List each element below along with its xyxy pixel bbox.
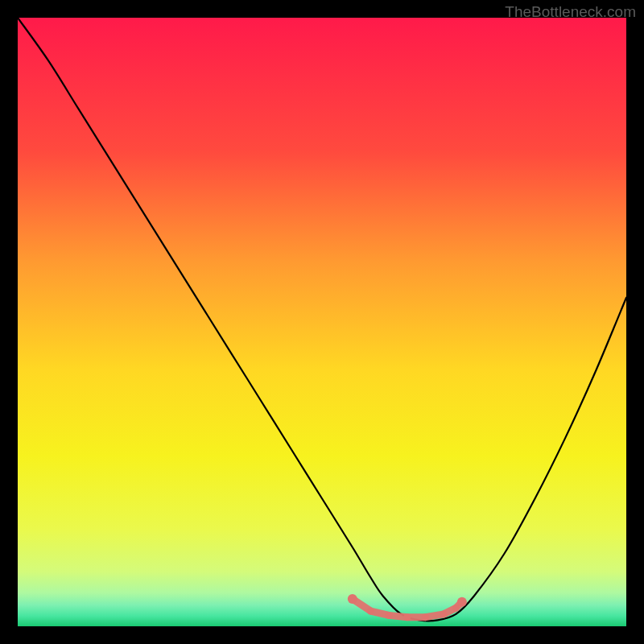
svg-point-2 <box>367 608 374 615</box>
curve-layer <box>18 18 626 626</box>
attribution-text: TheBottleneck.com <box>505 3 636 21</box>
chart-frame: TheBottleneck.com <box>0 0 644 644</box>
svg-point-4 <box>403 613 411 621</box>
svg-point-5 <box>422 613 429 621</box>
svg-point-8 <box>457 597 467 607</box>
svg-point-6 <box>440 610 448 617</box>
plot-area <box>18 18 626 626</box>
svg-point-7 <box>452 605 460 612</box>
svg-point-1 <box>348 594 357 604</box>
svg-point-3 <box>386 612 393 619</box>
bottleneck-curve <box>18 18 626 621</box>
